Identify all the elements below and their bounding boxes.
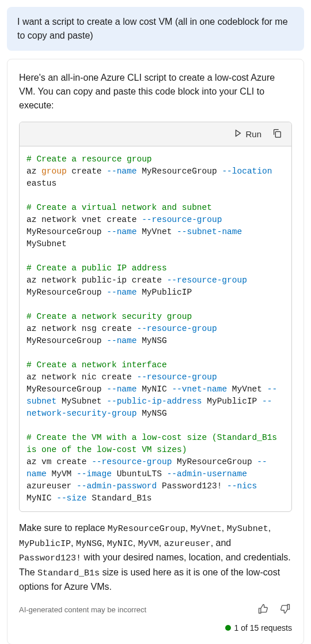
outro-text: ,: [185, 523, 191, 533]
thumbs-up-icon: [257, 608, 269, 616]
outro-text: ,: [268, 523, 271, 533]
svg-marker-0: [236, 130, 241, 137]
code-content: # Create a resource group az group creat…: [20, 146, 291, 511]
code-text: az vm create: [26, 457, 92, 466]
code-flag: --resource-group: [136, 372, 217, 382]
outro-text: , and: [211, 538, 232, 548]
code-text: Password123!: [157, 481, 227, 491]
code-text: create: [67, 167, 107, 176]
code-flag: --resource-group: [167, 276, 247, 285]
feedback-buttons: [256, 602, 292, 617]
outro-text: ,: [102, 538, 107, 548]
code-block: Run # Create a resource group az group c…: [19, 122, 292, 512]
code-text: MyNIC: [136, 385, 172, 394]
status-text: 1 of 15 requests: [234, 623, 292, 632]
code-text: az network nic create: [26, 372, 136, 382]
inline-code: MyResourceGroup: [108, 524, 185, 534]
code-flag: --subnet-name: [177, 227, 242, 236]
run-button[interactable]: Run: [234, 129, 261, 139]
code-flag: --location: [222, 167, 272, 176]
code-comment: # Create a resource group: [26, 155, 152, 164]
code-text: MyPublicIP: [202, 397, 262, 406]
code-text: MyResourceGroup: [136, 167, 222, 176]
code-keyword: group: [41, 167, 67, 176]
inline-code: Password123!: [19, 553, 81, 563]
user-message: I want a script to create a low cost VM …: [7, 7, 304, 51]
inline-code: MySubnet: [227, 524, 268, 534]
inline-code: MyNIC: [107, 539, 133, 549]
code-comment: # Create a virtual network and subnet: [26, 203, 212, 212]
code-flag: --name: [107, 227, 136, 236]
code-text: MyPublicIP: [136, 288, 192, 297]
run-label: Run: [245, 129, 261, 139]
code-flag: --admin-username: [167, 469, 247, 479]
code-flag: --size: [56, 494, 86, 503]
disclaimer-text: AI-generated content may be incorrect: [19, 605, 146, 614]
code-text: Standard_B1s: [86, 494, 151, 503]
code-flag: --name: [107, 167, 136, 176]
inline-code: MyVM: [138, 539, 159, 549]
code-text: UbuntuLTS: [112, 469, 167, 479]
disclaimer-row: AI-generated content may be incorrect: [19, 602, 292, 617]
code-flag: --resource-group: [142, 215, 222, 224]
copy-icon: [272, 131, 282, 140]
code-flag: --resource-group: [136, 324, 217, 333]
code-comment: # Create a network interface: [26, 360, 167, 370]
status-row: 1 of 15 requests: [19, 623, 292, 632]
inline-code: MyNSG: [76, 539, 102, 549]
code-flag: --name: [107, 288, 136, 297]
outro-text: ,: [133, 538, 138, 548]
code-flag: --public-ip-address: [107, 397, 202, 406]
code-text: MyVM: [47, 469, 77, 479]
code-text: MySubnet: [56, 397, 107, 406]
thumbs-up-button[interactable]: [256, 602, 270, 617]
code-flag: --nics: [227, 481, 257, 491]
play-icon: [234, 129, 242, 139]
inline-code: Standard_B1s: [37, 568, 100, 578]
code-flag: --admin-password: [77, 481, 157, 491]
outro-text: Make sure to replace: [19, 523, 108, 533]
svg-rect-1: [275, 131, 280, 137]
status-dot-icon: [225, 625, 231, 631]
outro-text: ,: [222, 523, 227, 533]
code-toolbar: Run: [20, 122, 291, 146]
code-text: MyResourceGroup: [172, 457, 257, 466]
outro-text: ,: [71, 538, 76, 548]
code-text: MyNSG: [136, 336, 166, 345]
assistant-message: Here's an all-in-one Azure CLI script to…: [7, 59, 304, 644]
code-comment: # Create the VM with a low-cost size (St…: [26, 433, 282, 454]
code-comment: # Create a public IP address: [26, 263, 167, 273]
code-flag: --name: [107, 385, 136, 394]
code-text: az network nsg create: [26, 324, 136, 333]
inline-code: MyVnet: [191, 524, 222, 534]
assistant-outro-text: Make sure to replace MyResourceGroup, My…: [19, 521, 292, 594]
thumbs-down-icon: [279, 608, 291, 616]
code-text: az network public-ip create: [26, 276, 167, 285]
code-comment: # Create a network security group: [26, 312, 192, 321]
code-text: az: [26, 167, 41, 176]
code-flag: --image: [77, 469, 112, 479]
code-text: az network vnet create: [26, 215, 142, 224]
copy-button[interactable]: [271, 127, 283, 141]
code-flag: --vnet-name: [172, 385, 227, 394]
assistant-intro-text: Here's an all-in-one Azure CLI script to…: [19, 71, 292, 112]
thumbs-down-button[interactable]: [278, 602, 292, 617]
code-text: MyVnet: [136, 227, 177, 236]
code-text: MyVnet: [227, 385, 267, 394]
code-text: MyNSG: [136, 409, 166, 418]
code-flag: --name: [107, 336, 136, 345]
inline-code: azureuser: [164, 539, 211, 549]
inline-code: MyPublicIP: [19, 539, 71, 549]
code-flag: --resource-group: [92, 457, 172, 466]
outro-text: ,: [159, 538, 164, 548]
